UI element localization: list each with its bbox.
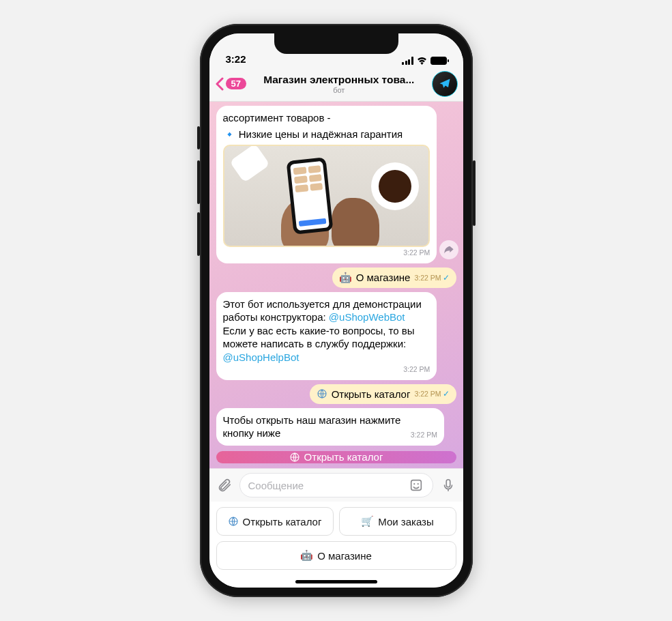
msg-text: ассортимент товаров - bbox=[223, 111, 331, 125]
screen: 3:22 57 Магазин электронных това... бот bbox=[209, 33, 463, 588]
back-button[interactable]: 57 bbox=[215, 77, 246, 91]
msg-text-2: 🔹 Низкие цены и надёжная гарантия bbox=[223, 128, 403, 141]
globe-icon bbox=[317, 388, 327, 399]
paperclip-icon bbox=[217, 478, 232, 493]
message-time: 3:22 PM bbox=[414, 390, 441, 398]
attach-button[interactable] bbox=[216, 477, 233, 493]
msg-text: О магазине bbox=[356, 272, 411, 283]
kb-about-button[interactable]: 🤖 О магазине bbox=[216, 541, 456, 570]
status-time: 3:22 bbox=[226, 53, 246, 65]
msg-text-b: Если у вас есть какие-то вопросы, то вы … bbox=[223, 325, 415, 350]
message-input[interactable] bbox=[248, 480, 403, 491]
chat-title: Магазин электронных това... bbox=[252, 74, 426, 86]
wifi-icon bbox=[416, 56, 428, 65]
message-time: 3:22 PM bbox=[403, 365, 430, 375]
svg-point-4 bbox=[417, 483, 418, 485]
message-input-wrapper bbox=[239, 473, 433, 497]
svg-point-3 bbox=[413, 483, 415, 485]
message-outgoing[interactable]: 🤖 О магазине 3:22 PM✓ bbox=[332, 268, 456, 288]
msg-text: Открыть каталог bbox=[332, 388, 411, 400]
chat-title-block[interactable]: Магазин электронных това... бот bbox=[249, 74, 429, 94]
kb-my-orders-button[interactable]: 🛒 Мои заказы bbox=[339, 507, 456, 536]
message-image[interactable] bbox=[223, 145, 430, 247]
globe-icon bbox=[228, 516, 239, 527]
message-incoming[interactable]: Этот бот используется для демонстрации р… bbox=[216, 292, 437, 380]
chat-avatar[interactable] bbox=[432, 71, 458, 97]
stickers-button[interactable] bbox=[408, 477, 424, 493]
message-outgoing[interactable]: Открыть каталог 3:22 PM✓ bbox=[310, 384, 456, 404]
globe-icon bbox=[289, 452, 300, 463]
home-indicator[interactable] bbox=[295, 580, 377, 583]
inline-open-catalog-button[interactable]: Открыть каталог bbox=[216, 451, 456, 463]
message-incoming[interactable]: ассортимент товаров - 🔹 Низкие цены и на… bbox=[216, 106, 437, 263]
signal-icon bbox=[402, 57, 413, 65]
kb-button-label: Открыть каталог bbox=[243, 516, 322, 528]
sent-check-icon: ✓ bbox=[443, 274, 450, 282]
unread-badge: 57 bbox=[226, 78, 246, 89]
msg-text: Чтобы открыть наш магазин нажмите кнопку… bbox=[223, 414, 404, 440]
chat-header: 57 Магазин электронных това... бот bbox=[209, 66, 463, 102]
sent-check-icon: ✓ bbox=[443, 390, 450, 398]
mention-link[interactable]: @uShopWebBot bbox=[329, 311, 405, 323]
chat-subtitle: бот bbox=[252, 86, 426, 94]
kb-button-label: Мои заказы bbox=[378, 516, 434, 528]
svg-rect-5 bbox=[446, 480, 450, 487]
microphone-icon bbox=[441, 478, 456, 493]
kb-open-catalog-button[interactable]: Открыть каталог bbox=[216, 507, 334, 536]
message-time: 3:22 PM bbox=[403, 248, 430, 258]
telegram-icon bbox=[438, 77, 452, 91]
input-bar bbox=[209, 468, 463, 502]
battery-icon bbox=[430, 57, 447, 65]
status-icons bbox=[402, 56, 447, 65]
message-time: 3:22 PM bbox=[411, 431, 437, 440]
cart-icon: 🛒 bbox=[361, 515, 374, 528]
chat-body[interactable]: ассортимент товаров - 🔹 Низкие цены и на… bbox=[209, 102, 463, 468]
share-button[interactable] bbox=[439, 240, 458, 259]
sticker-icon bbox=[409, 478, 424, 493]
message-incoming[interactable]: Чтобы открыть наш магазин нажмите кнопку… bbox=[216, 408, 444, 446]
mention-link[interactable]: @uShopHelpBot bbox=[223, 351, 300, 363]
message-time: 3:22 PM bbox=[414, 274, 441, 282]
voice-button[interactable] bbox=[440, 477, 456, 493]
phone-frame: 3:22 57 Магазин электронных това... бот bbox=[200, 24, 473, 597]
robot-icon: 🤖 bbox=[339, 272, 352, 284]
reply-keyboard: Открыть каталог 🛒 Мои заказы 🤖 О магазин… bbox=[209, 502, 463, 588]
kb-button-label: О магазине bbox=[317, 550, 372, 562]
robot-icon: 🤖 bbox=[300, 549, 313, 562]
share-icon bbox=[443, 244, 454, 255]
inline-button-label: Открыть каталог bbox=[304, 451, 383, 463]
